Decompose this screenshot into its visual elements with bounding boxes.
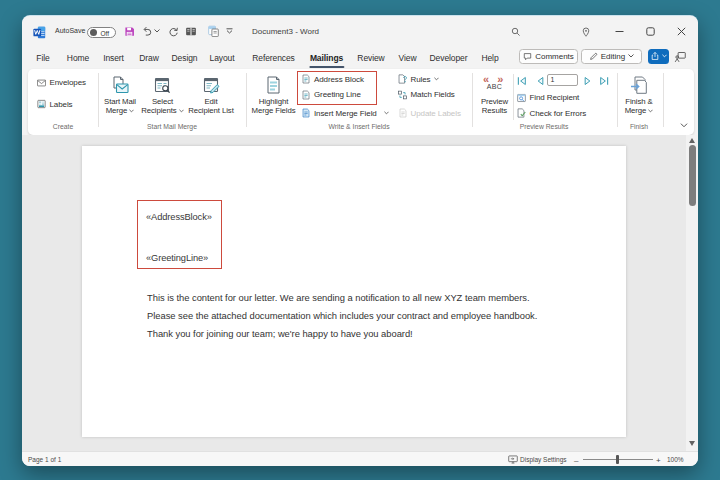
highlight-merge-fields-icon — [266, 73, 281, 94]
ribbon-annotation-red-box — [297, 71, 377, 106]
record-number-input[interactable]: 1 — [547, 74, 578, 87]
editing-pencil-icon — [589, 52, 598, 61]
presenter-icon[interactable] — [674, 51, 686, 63]
share-icon — [650, 51, 660, 61]
page-indicator[interactable]: Page 1 of 1 — [28, 456, 61, 463]
search-icon[interactable] — [510, 26, 522, 38]
undo-dropdown-chevron-icon[interactable] — [153, 24, 161, 38]
insert-merge-field-button[interactable]: Insert Merge Field — [302, 106, 390, 121]
match-fields-icon — [398, 90, 407, 100]
last-record-button[interactable] — [599, 74, 609, 87]
dropdown-chevron-icon — [384, 111, 389, 115]
zoom-in-button[interactable]: + — [656, 456, 661, 465]
rules-label: Rules — [411, 75, 431, 84]
select-recipients-button[interactable]: Select Recipients — [137, 71, 189, 119]
paste-button[interactable] — [206, 24, 220, 38]
paragraph-1[interactable]: This is the content for our letter. We a… — [147, 292, 530, 303]
match-fields-label: Match Fields — [411, 90, 455, 99]
greeting-line-field[interactable]: «GreetingLine» — [146, 253, 208, 263]
zoom-out-button[interactable]: – — [574, 456, 578, 465]
close-button[interactable] — [671, 22, 691, 41]
read-mode-button[interactable] — [184, 24, 198, 38]
paragraph-3[interactable]: Thank you for joining our team; we're ha… — [147, 328, 413, 339]
editing-label: Editing — [601, 52, 625, 61]
maximize-button[interactable] — [640, 22, 660, 41]
insert-merge-field-label: Insert Merge Field — [314, 109, 377, 118]
find-recipient-button[interactable]: Find Recipient — [517, 90, 579, 105]
edit-recipient-list-label-line2: Recipient List — [188, 106, 233, 115]
highlight-merge-fields-button[interactable]: Highlight Merge Fields — [248, 71, 300, 119]
qat-more-commands-icon[interactable] — [224, 24, 234, 38]
paragraph-2[interactable]: Please see the attached documentation wh… — [147, 310, 537, 321]
next-record-button[interactable] — [583, 74, 593, 87]
group-label-start-mail-merge: Start Mail Merge — [147, 123, 197, 130]
undo-button[interactable] — [140, 24, 154, 38]
select-recipients-label-line1: Select — [152, 97, 173, 106]
labels-icon — [37, 99, 46, 109]
update-labels-button[interactable]: Update Labels — [398, 106, 461, 121]
minimize-button[interactable] — [609, 22, 629, 41]
display-settings-button[interactable]: Display Settings — [508, 454, 567, 465]
tab-review[interactable]: Review — [357, 50, 384, 67]
editing-dropdown[interactable]: Editing — [581, 49, 642, 65]
finish-merge-button[interactable]: Finish & Merge — [613, 71, 665, 119]
tab-mailings[interactable]: Mailings — [310, 50, 343, 67]
edit-recipient-list-button[interactable]: Edit Recipient List — [185, 71, 237, 119]
close-icon — [677, 27, 686, 36]
zoom-level[interactable]: 100% — [667, 456, 684, 463]
find-recipient-label: Find Recipient — [530, 93, 580, 102]
comments-button[interactable]: Comments — [519, 49, 578, 65]
edit-recipient-list-label: Edit Recipient List — [188, 97, 233, 116]
envelopes-button[interactable]: Envelopes — [37, 75, 86, 90]
envelope-icon — [37, 78, 46, 88]
autosave-toggle[interactable]: Off — [87, 27, 116, 39]
labels-label: Labels — [50, 100, 73, 109]
tab-file[interactable]: File — [36, 50, 49, 67]
check-for-errors-label: Check for Errors — [530, 109, 587, 118]
book-icon — [185, 26, 197, 37]
guillemets-icon-text: « » — [483, 75, 506, 83]
tab-developer[interactable]: Developer — [430, 50, 468, 67]
zoom-slider-thumb[interactable] — [616, 455, 620, 464]
preview-results-label-line1: Preview — [481, 97, 508, 106]
minimize-icon — [615, 27, 624, 36]
collapse-ribbon-chevron-icon[interactable] — [678, 122, 689, 130]
save-button[interactable] — [122, 24, 136, 38]
match-fields-button[interactable]: Match Fields — [398, 87, 455, 102]
document-page[interactable]: «AddressBlock» «GreetingLine» This is th… — [82, 146, 626, 437]
tab-insert[interactable]: Insert — [103, 50, 124, 67]
presence-pin-icon[interactable] — [580, 26, 592, 38]
word-logo-icon[interactable] — [33, 26, 46, 39]
finish-merge-label: Finish & Merge — [625, 97, 654, 116]
dropdown-chevron-icon — [129, 109, 134, 113]
autosave-state-label: Off — [101, 30, 110, 37]
tab-help[interactable]: Help — [481, 50, 498, 67]
tab-home[interactable]: Home — [67, 50, 89, 67]
tab-references[interactable]: References — [252, 50, 294, 67]
preview-results-icon: « » ABC — [483, 73, 506, 94]
scroll-up-arrow-icon[interactable] — [689, 138, 695, 143]
share-button[interactable] — [648, 49, 669, 65]
abc-icon-text: ABC — [487, 83, 502, 91]
select-recipients-icon — [154, 73, 171, 94]
redo-button[interactable] — [166, 24, 180, 38]
edit-recipient-list-label-line1: Edit — [204, 97, 217, 106]
edit-recipient-list-icon — [203, 73, 220, 94]
vertical-scrollbar[interactable] — [686, 135, 698, 453]
address-block-field[interactable]: «AddressBlock» — [146, 212, 212, 222]
tab-view[interactable]: View — [399, 50, 417, 67]
scroll-down-arrow-icon[interactable] — [689, 441, 695, 446]
rules-button[interactable]: Rules — [398, 72, 439, 87]
previous-record-icon — [535, 76, 545, 86]
word-window: AutoSave Off — [22, 15, 698, 466]
tab-draw[interactable]: Draw — [139, 50, 158, 67]
previous-record-button[interactable] — [535, 74, 545, 87]
scrollbar-thumb[interactable] — [689, 145, 696, 206]
tab-design[interactable]: Design — [172, 50, 198, 67]
group-label-write-insert-fields: Write & Insert Fields — [328, 123, 389, 130]
first-record-button[interactable] — [517, 74, 527, 87]
tab-layout[interactable]: Layout — [210, 50, 235, 67]
check-for-errors-button[interactable]: Check for Errors — [517, 106, 586, 121]
labels-button[interactable]: Labels — [37, 97, 72, 112]
paste-icon — [207, 25, 220, 37]
